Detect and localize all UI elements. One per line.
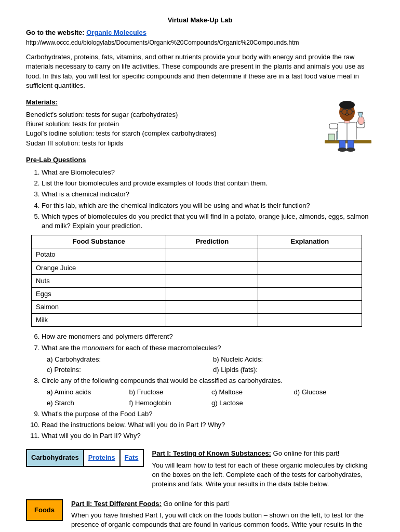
- food-eggs: Eggs: [32, 287, 166, 300]
- fats-button[interactable]: Fats: [121, 450, 143, 466]
- table-row: Orange Juice: [32, 261, 362, 274]
- col-food-substance: Food Substance: [32, 235, 166, 248]
- q8: Circle any of the following compounds th…: [42, 376, 374, 408]
- intro-paragraph: Carbohydrates, proteins, fats, vitamins,…: [26, 52, 374, 90]
- svg-point-21: [346, 148, 355, 152]
- proteins-button[interactable]: Proteins: [84, 450, 121, 466]
- exp-potato: [258, 248, 362, 261]
- prelab-questions-list: What are Biomolecules? List the four bio…: [26, 168, 374, 231]
- monomer-c: c) Proteins:: [47, 365, 208, 375]
- food-nuts: Nuts: [32, 274, 166, 287]
- website-link[interactable]: Organic Molecules: [86, 29, 146, 36]
- prelab-q2: List the four biomolecules and provide e…: [42, 179, 374, 188]
- exp-nuts: [258, 274, 362, 287]
- carb-a: a) Amino acids: [47, 388, 127, 397]
- part1-body: You will learn how to test for each of t…: [152, 461, 375, 489]
- exp-eggs: [258, 287, 362, 300]
- q9: What's the purpose of the Food Lab?: [42, 409, 374, 419]
- part1-heading: Part I: Testing of Known Substances:: [152, 449, 271, 457]
- pred-salmon: [166, 301, 258, 314]
- part1-heading-suffix: Go online for this part!: [271, 449, 340, 457]
- table-row: Nuts: [32, 274, 362, 287]
- pred-eggs: [166, 287, 258, 300]
- part2-section: Foods Part II: Test Different Foods: Go …: [26, 499, 374, 532]
- prelab-section: Pre-Lab Questions What are Biomolecules?…: [26, 155, 374, 441]
- food-potato: Potato: [32, 248, 166, 261]
- scientist-illustration: [322, 98, 374, 150]
- pred-nuts: [166, 274, 258, 287]
- table-row: Potato: [32, 248, 362, 261]
- exp-oj: [258, 261, 362, 274]
- food-salmon: Salmon: [32, 301, 166, 314]
- pred-milk: [166, 314, 258, 327]
- food-milk: Milk: [32, 314, 166, 327]
- exp-milk: [258, 314, 362, 327]
- q8-text: Circle any of the following compounds th…: [42, 377, 283, 384]
- pred-potato: [166, 248, 258, 261]
- carb-e: e) Starch: [47, 398, 127, 408]
- part2-body: When you have finished Part I, you will …: [71, 511, 374, 532]
- goto-label: Go to the website:: [26, 29, 85, 36]
- more-questions-list: How are monomers and polymers different?…: [26, 332, 374, 441]
- monomer-a: a) Carbohydrates:: [47, 355, 208, 364]
- website-url: http://www.occc.edu/biologylabs/Document…: [26, 38, 374, 47]
- svg-line-16: [340, 111, 342, 112]
- carb-c: c) Maltose: [211, 388, 292, 397]
- foods-button[interactable]: Foods: [26, 499, 63, 521]
- col-explanation: Explanation: [258, 235, 362, 248]
- food-oj: Orange Juice: [32, 261, 166, 274]
- svg-point-20: [338, 148, 347, 152]
- part2-content: Foods Part II: Test Different Foods: Go …: [26, 499, 374, 532]
- table-row: Eggs: [32, 287, 362, 300]
- prelab-q3: What is a chemical indicator?: [42, 190, 374, 199]
- table-row: Salmon: [32, 301, 362, 314]
- prelab-q1: What are Biomolecules?: [42, 168, 374, 177]
- svg-rect-6: [329, 124, 338, 129]
- part2-heading: Part II: Test Different Foods:: [71, 500, 162, 508]
- carb-g: g) Lactose: [211, 398, 292, 408]
- q6: How are monomers and polymers different?: [42, 332, 374, 341]
- part2-heading-suffix: Go online for this part!: [162, 500, 230, 508]
- food-substance-table: Food Substance Prediction Explanation Po…: [31, 235, 362, 327]
- carbohydrates-button[interactable]: Carbohydrates: [27, 450, 84, 466]
- part1-content: Carbohydrates Proteins Fats Part I: Test…: [26, 449, 374, 491]
- q7: What are the monomers for each of these …: [42, 343, 374, 375]
- part2-text: Part II: Test Different Foods: Go online…: [71, 499, 374, 532]
- prelab-heading: Pre-Lab Questions: [26, 155, 374, 165]
- materials-section: Materials: Benedict's solution: tests fo…: [26, 98, 374, 148]
- monomer-b: b) Nucleic Acids:: [213, 355, 374, 364]
- q7-text: What are the monomers for each of these …: [42, 344, 221, 352]
- carb-f: f) Hemoglobin: [129, 398, 210, 408]
- page-title: Virtual Make-Up Lab: [26, 16, 374, 25]
- monomer-d: d) Lipids (fats):: [213, 365, 374, 375]
- website-line: Go to the website: Organic Molecules: [26, 28, 374, 37]
- svg-point-12: [339, 101, 355, 109]
- svg-rect-1: [328, 134, 335, 140]
- prelab-q5: Which types of biomolecules do you predi…: [42, 212, 374, 231]
- q10: Read the instructions below. What will y…: [42, 420, 374, 430]
- part1-text: Part I: Testing of Known Substances: Go …: [152, 449, 375, 491]
- svg-point-8: [358, 116, 364, 125]
- part1-buttons: Carbohydrates Proteins Fats: [26, 449, 144, 467]
- col-prediction: Prediction: [166, 235, 258, 248]
- table-row: Milk: [32, 314, 362, 327]
- carb-d: d) Glucose: [294, 388, 375, 397]
- carb-b: b) Fructose: [129, 388, 210, 397]
- food-table-container: Food Substance Prediction Explanation Po…: [26, 235, 374, 327]
- exp-salmon: [258, 301, 362, 314]
- pred-oj: [166, 261, 258, 274]
- svg-line-17: [352, 111, 354, 112]
- q11: What will you do in Part II? Why?: [42, 431, 374, 441]
- prelab-q4: For this lab, which are the chemical ind…: [42, 201, 374, 210]
- part1-section: Carbohydrates Proteins Fats Part I: Test…: [26, 449, 374, 491]
